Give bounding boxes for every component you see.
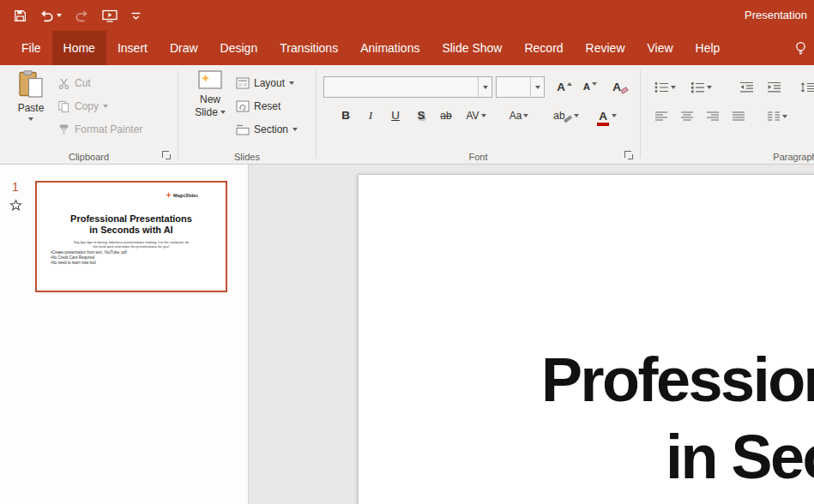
- numbering-icon: [690, 81, 705, 93]
- tab-animations[interactable]: Animations: [349, 31, 431, 65]
- title-bar: Presentation: [0, 0, 814, 31]
- decrease-font-size-button[interactable]: A: [579, 76, 601, 98]
- undo-dropdown-caret[interactable]: [57, 14, 62, 17]
- decrease-indent-icon: [739, 81, 754, 93]
- new-slide-button[interactable]: New Slide: [189, 70, 232, 118]
- justify-button[interactable]: [728, 105, 749, 127]
- copy-button[interactable]: Copy: [55, 96, 111, 117]
- slide-canvas[interactable]: Professional Presentations in Seconds wi…: [358, 174, 814, 504]
- font-size-dropdown-caret[interactable]: [530, 77, 544, 97]
- tab-draw[interactable]: Draw: [159, 31, 209, 65]
- ribbon: Paste Cut Copy: [0, 65, 814, 165]
- new-slide-label-line2: Slide: [195, 106, 218, 118]
- customize-toolbar-icon: [130, 10, 142, 21]
- tab-slide-show[interactable]: Slide Show: [431, 31, 513, 65]
- numbering-caret[interactable]: [707, 86, 712, 89]
- underline-icon: U: [391, 110, 400, 122]
- slide-title-line1[interactable]: Professional Presentations: [541, 345, 814, 415]
- section-button[interactable]: Section: [233, 119, 300, 140]
- decrease-indent-button[interactable]: [735, 76, 757, 98]
- new-slide-label-line1: New: [200, 93, 220, 105]
- strikethrough-button[interactable]: ab: [435, 105, 457, 126]
- tab-review[interactable]: Review: [575, 31, 636, 65]
- increase-font-size-button[interactable]: A: [553, 76, 576, 98]
- undo-button[interactable]: [39, 9, 62, 22]
- paste-label: Paste: [18, 102, 45, 114]
- format-painter-label: Format Painter: [75, 123, 142, 135]
- ideas-button[interactable]: [794, 31, 807, 65]
- slides-group-label: Slides: [178, 152, 316, 162]
- bold-icon: B: [341, 110, 350, 122]
- copy-dropdown-caret[interactable]: [103, 105, 108, 108]
- clear-formatting-button[interactable]: A: [608, 76, 632, 98]
- underline-button[interactable]: U: [385, 105, 406, 126]
- layout-label: Layout: [254, 77, 285, 89]
- paste-button[interactable]: Paste: [9, 70, 53, 121]
- layout-button[interactable]: Layout: [233, 73, 297, 93]
- align-center-button[interactable]: [677, 105, 697, 127]
- columns-caret[interactable]: [782, 115, 787, 118]
- line-spacing-button[interactable]: [795, 76, 814, 98]
- reset-icon: [236, 100, 250, 112]
- slide-thumbnail[interactable]: MagicSlides Professional Presentations i…: [35, 181, 227, 292]
- paste-dropdown-caret[interactable]: [28, 117, 33, 121]
- layout-dropdown-caret[interactable]: [289, 81, 294, 85]
- eraser-icon: [620, 87, 628, 94]
- tab-file[interactable]: File: [10, 31, 52, 65]
- font-name-combobox[interactable]: [323, 76, 492, 98]
- thumbnail-logo: MagicSlides: [166, 192, 198, 198]
- animation-star-icon[interactable]: [9, 199, 22, 212]
- tab-home[interactable]: Home: [52, 31, 106, 65]
- highlight-color-button[interactable]: ab: [548, 105, 584, 126]
- customize-quick-access-button[interactable]: [130, 10, 142, 21]
- bullets-icon: [654, 81, 669, 93]
- tab-help[interactable]: Help: [684, 31, 732, 65]
- cut-button[interactable]: Cut: [55, 73, 93, 93]
- tab-view[interactable]: View: [636, 31, 684, 65]
- font-dialog-launcher[interactable]: [624, 151, 634, 160]
- align-right-button[interactable]: [702, 105, 723, 127]
- section-dropdown-caret[interactable]: [292, 128, 298, 131]
- font-group: A A A B I U S ab: [317, 65, 640, 164]
- columns-button[interactable]: [761, 105, 793, 127]
- tab-transitions[interactable]: Transitions: [268, 31, 349, 65]
- tab-insert[interactable]: Insert: [106, 31, 159, 65]
- bold-button[interactable]: B: [335, 105, 356, 126]
- bullets-button[interactable]: [649, 76, 680, 98]
- align-left-button[interactable]: [651, 105, 672, 127]
- change-case-icon: Aa: [510, 111, 522, 121]
- font-group-label: Font: [317, 152, 640, 162]
- italic-icon: I: [369, 110, 373, 122]
- save-button[interactable]: [14, 9, 27, 22]
- copy-label: Copy: [75, 100, 99, 112]
- slide-title-line2[interactable]: in Seconds with AI: [666, 422, 814, 492]
- font-name-dropdown-caret[interactable]: [478, 77, 491, 97]
- increase-indent-icon: [767, 81, 781, 93]
- start-slideshow-button[interactable]: [102, 9, 118, 22]
- change-case-caret[interactable]: [523, 114, 528, 117]
- slide-editing-canvas[interactable]: Professional Presentations in Seconds wi…: [249, 165, 814, 504]
- justify-icon: [732, 111, 745, 123]
- italic-button[interactable]: I: [361, 105, 380, 126]
- character-spacing-caret[interactable]: [481, 114, 486, 117]
- increase-indent-button[interactable]: [763, 76, 785, 98]
- font-color-button[interactable]: A: [589, 105, 624, 126]
- text-shadow-button[interactable]: S: [411, 105, 431, 126]
- format-painter-icon: [57, 123, 70, 136]
- clipboard-dialog-launcher[interactable]: [162, 151, 172, 160]
- redo-button[interactable]: [75, 9, 89, 22]
- cut-icon: [57, 77, 70, 90]
- tab-record[interactable]: Record: [513, 31, 574, 65]
- format-painter-button[interactable]: Format Painter: [55, 119, 145, 140]
- tab-design[interactable]: Design: [209, 31, 269, 65]
- bullets-caret[interactable]: [671, 86, 676, 89]
- change-case-button[interactable]: Aa: [503, 105, 534, 126]
- reset-button[interactable]: Reset: [233, 96, 283, 117]
- powerpoint-window: Presentation File Home Insert Draw Desig…: [0, 0, 814, 504]
- character-spacing-button[interactable]: AV: [461, 105, 491, 126]
- font-color-caret[interactable]: [612, 114, 617, 117]
- new-slide-dropdown-caret[interactable]: [220, 111, 226, 114]
- highlight-color-caret[interactable]: [574, 114, 579, 117]
- numbering-button[interactable]: [685, 76, 716, 98]
- font-size-combobox[interactable]: [496, 76, 545, 98]
